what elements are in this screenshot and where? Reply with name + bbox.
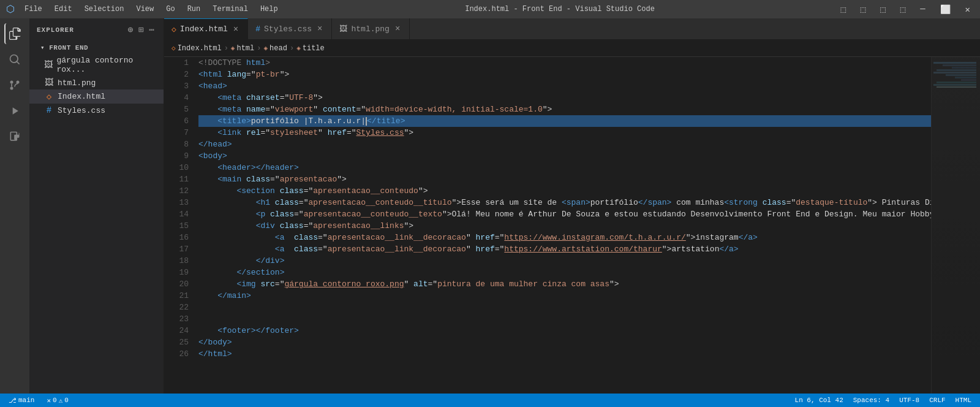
svg-point-0 [10,87,13,90]
editor-area: ◇ Index.html × # Styles.css × 🖼 html.png… [164,18,980,394]
tab-indexhtml[interactable]: ◇ Index.html × [164,18,248,39]
breadcrumb-sep1: › [224,44,228,53]
search-activity-icon[interactable] [4,49,25,70]
breadcrumb-file[interactable]: ◇ Index.html [172,44,222,53]
extensions-activity-icon[interactable] [4,126,25,147]
tab-close-styles[interactable]: × [315,23,324,34]
menu-go[interactable]: Go [161,4,179,15]
code-line-7: <link rel="stylesheet" href="Styles.css"… [198,127,931,139]
status-language[interactable]: HTML [953,397,974,404]
status-bar: ⎇ main ✕ 0 ⚠ 0 Ln 6, Col 42 Spaces: 4 UT… [0,394,980,407]
window-title: Index.html - Front End - Visual Studio C… [465,5,655,13]
code-line-16: <a class="apresentacao__link__decoracao"… [198,232,931,243]
code-line-10: <header></header> [198,162,931,173]
tab-close-index[interactable]: × [232,24,240,35]
layout-toggle-2[interactable]: ⬚ [857,3,869,16]
menu-view[interactable]: View [131,4,159,15]
code-line-14: <p class="apresentacao__conteudo__texto"… [198,208,931,220]
menu-run[interactable]: Run [183,4,206,15]
tab-bar: ◇ Index.html × # Styles.css × 🖼 html.png… [164,18,980,40]
menu-terminal[interactable]: Terminal [208,4,253,15]
css-file-icon: # [44,105,54,115]
code-line-19: </section> [198,267,931,278]
sidebar-item-gargoyle[interactable]: 🖼 gárgula contorno rox... [29,54,164,76]
status-branch[interactable]: ⎇ main [6,397,37,405]
sidebar-more-icon[interactable]: ⋯ [148,23,156,36]
code-line-4: <meta charset="UTF-8"> [198,92,931,104]
sidebar: Explorer ⊕ ⊞ ⋯ ▾ FRONT END 🖼 gárgula con… [29,18,164,394]
minimize-button[interactable]: ─ [916,3,929,15]
code-line-6: <title>portifólio |T.h.a.r.u.r|</title> [198,115,931,127]
project-collapse-icon[interactable]: ▾ [40,44,49,51]
layout-toggle-1[interactable]: ⬚ [837,3,849,16]
warning-icon: ⚠ [59,397,63,405]
code-line-18: </div> [198,255,931,267]
breadcrumb-sep3: › [290,44,294,53]
menu-file[interactable]: File [20,4,47,15]
breadcrumb-title-icon: ◈ [296,44,301,52]
explorer-activity-icon[interactable] [4,23,25,44]
layout-toggle-4[interactable]: ⬚ [897,3,909,16]
code-line-22 [198,302,931,313]
code-editor[interactable]: 12345 678910 1112131415 1617181920 21222… [164,57,980,394]
code-line-5: <meta name="viewport" content="width=dev… [198,104,931,115]
code-line-1: <!DOCTYPE html> [198,57,931,69]
run-debug-activity-icon[interactable] [4,101,25,121]
error-icon: ✕ [47,397,51,405]
code-line-9: <body> [198,150,931,162]
sidebar-file-label-2: html.png [58,78,96,88]
source-control-activity-icon[interactable] [4,75,25,96]
status-encoding[interactable]: UTF-8 [897,397,922,404]
code-line-21: </main> [198,290,931,302]
breadcrumb-head[interactable]: ◈ head [263,44,287,53]
maximize-button[interactable]: ⬜ [937,3,954,16]
tab-png-icon: 🖼 [339,25,347,34]
breadcrumb-sep2: › [257,44,261,53]
svg-point-2 [10,81,13,84]
new-file-icon[interactable]: ⊕ [127,23,135,36]
line-numbers: 12345 678910 1112131415 1617181920 21222… [164,57,194,394]
menu-edit[interactable]: Edit [50,4,77,15]
tab-stylescss[interactable]: # Styles.css × [248,18,332,39]
minimap [931,57,980,394]
sidebar-header: Explorer ⊕ ⊞ ⋯ [29,18,164,41]
close-button[interactable]: ✕ [962,3,974,16]
code-line-13: <h1 class="apresentacao__conteudo__titul… [198,197,931,208]
tab-html-icon: ◇ [172,25,176,34]
activity-bar [0,18,29,394]
tab-label-index: Index.html [180,25,228,34]
status-spaces[interactable]: Spaces: 4 [851,397,892,404]
sidebar-item-stylescss[interactable]: # Styles.css [29,104,164,117]
code-line-23 [198,313,931,325]
sidebar-title-label: Explorer [37,26,74,34]
new-folder-icon[interactable]: ⊞ [137,23,145,36]
status-errors[interactable]: ✕ 0 ⚠ 0 [44,397,70,405]
code-line-20: <img src="gárgula contorno roxo.png" alt… [198,278,931,290]
breadcrumb-html[interactable]: ◈ html [231,44,254,53]
breadcrumb-html-icon: ◈ [231,44,235,52]
tab-label-styles: Styles.css [264,25,312,34]
git-branch-icon: ⎇ [9,397,17,405]
status-cursor-pos[interactable]: Ln 6, Col 42 [793,397,846,404]
sidebar-item-indexhtml[interactable]: ◇ Index.html [29,89,164,104]
breadcrumb-head-icon: ◈ [263,44,268,52]
tab-htmlpng[interactable]: 🖼 html.png × [332,18,410,39]
breadcrumb-title[interactable]: ◈ title [296,44,325,53]
html-file-icon: ◇ [44,91,54,102]
code-line-11: <main class="apresentacao"> [198,173,931,185]
tab-close-htmlpng[interactable]: × [393,23,402,34]
code-line-12: <section class="apresentacao__conteudo"> [198,185,931,197]
sidebar-item-htmlpng[interactable]: 🖼 html.png [29,76,164,89]
code-line-15: <div class="apresentacao__links"> [198,220,931,232]
tab-css-icon: # [255,25,260,34]
status-eol[interactable]: CRLF [927,397,948,404]
breadcrumb-file-icon: ◇ [172,44,176,52]
image-file-icon: 🖼 [44,60,53,70]
code-content[interactable]: <!DOCTYPE html> <html lang="pt-br"> <hea… [194,57,931,394]
menu-selection[interactable]: Selection [80,4,129,15]
layout-toggle-3[interactable]: ⬚ [876,3,889,16]
sidebar-header-icons: ⊕ ⊞ ⋯ [127,23,156,36]
menu-help[interactable]: Help [255,4,283,15]
window-controls: ⬚ ⬚ ⬚ ⬚ ─ ⬜ ✕ [837,3,974,16]
tab-label-htmlpng: html.png [351,25,389,34]
